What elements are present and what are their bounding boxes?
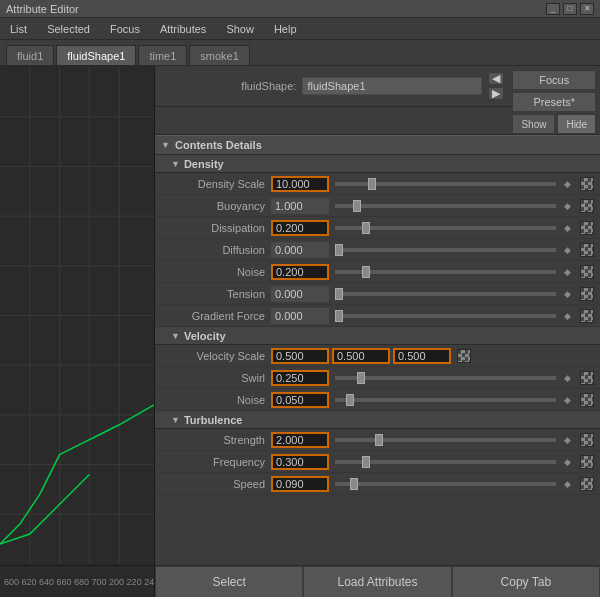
density-scale-slider[interactable] bbox=[335, 182, 556, 186]
menu-list[interactable]: List bbox=[6, 21, 31, 37]
velocity-scale-y-input[interactable] bbox=[332, 348, 390, 364]
diffusion-slider[interactable] bbox=[335, 248, 556, 252]
gradient-force-slider[interactable] bbox=[335, 314, 556, 318]
buoyancy-checker[interactable] bbox=[580, 199, 594, 213]
velocity-scale-x-input[interactable] bbox=[271, 348, 329, 364]
focus-presets-area: Focus Presets* Show Hide bbox=[512, 66, 600, 134]
menu-help[interactable]: Help bbox=[270, 21, 301, 37]
swirl-checker[interactable] bbox=[580, 371, 594, 385]
subsection-density[interactable]: ▼ Density bbox=[155, 155, 600, 173]
speed-checker[interactable] bbox=[580, 477, 594, 491]
arrow-icon: ▼ bbox=[161, 140, 171, 150]
gradient-force-ramp-icon[interactable]: ◆ bbox=[560, 309, 574, 323]
diffusion-ramp-icon[interactable]: ◆ bbox=[560, 243, 574, 257]
density-noise-ramp-icon[interactable]: ◆ bbox=[560, 265, 574, 279]
dissipation-slider[interactable] bbox=[335, 226, 556, 230]
shape-prev-icon[interactable]: ◀ bbox=[488, 72, 504, 85]
window-title: Attribute Editor bbox=[6, 3, 79, 15]
focus-button[interactable]: Focus bbox=[512, 70, 596, 90]
dissipation-input[interactable] bbox=[271, 220, 329, 236]
velocity-scale-label: Velocity Scale bbox=[161, 350, 271, 362]
buoyancy-ramp-icon[interactable]: ◆ bbox=[560, 199, 574, 213]
tab-time1[interactable]: time1 bbox=[138, 45, 187, 65]
velocity-noise-checker[interactable] bbox=[580, 393, 594, 407]
density-noise-slider-container: ◆ bbox=[329, 265, 580, 279]
strength-slider[interactable] bbox=[335, 438, 556, 442]
menu-focus[interactable]: Focus bbox=[106, 21, 144, 37]
density-scale-ramp-icon[interactable]: ◆ bbox=[560, 177, 574, 191]
strength-ramp-icon[interactable]: ◆ bbox=[560, 433, 574, 447]
dissipation-checker[interactable] bbox=[580, 221, 594, 235]
frequency-slider[interactable] bbox=[335, 460, 556, 464]
subsection-turbulence[interactable]: ▼ Turbulence bbox=[155, 411, 600, 429]
gradient-force-checker[interactable] bbox=[580, 309, 594, 323]
diffusion-label: Diffusion bbox=[161, 244, 271, 256]
menu-show[interactable]: Show bbox=[222, 21, 258, 37]
close-button[interactable]: ✕ bbox=[580, 3, 594, 15]
velocity-noise-input[interactable] bbox=[271, 392, 329, 408]
swirl-label: Swirl bbox=[161, 372, 271, 384]
minimize-button[interactable]: _ bbox=[546, 3, 560, 15]
load-attributes-button[interactable]: Load Attributes bbox=[303, 566, 451, 597]
diffusion-checker[interactable] bbox=[580, 243, 594, 257]
shape-next-icon[interactable]: ▶ bbox=[488, 87, 504, 100]
select-button[interactable]: Select bbox=[155, 566, 303, 597]
frequency-input[interactable] bbox=[271, 454, 329, 470]
dissipation-ramp-icon[interactable]: ◆ bbox=[560, 221, 574, 235]
menu-selected[interactable]: Selected bbox=[43, 21, 94, 37]
strength-checker[interactable] bbox=[580, 433, 594, 447]
tension-slider-container: ◆ bbox=[329, 287, 580, 301]
velocity-scale-checker[interactable] bbox=[457, 349, 471, 363]
tab-fluid1[interactable]: fluid1 bbox=[6, 45, 54, 65]
density-scale-checker[interactable] bbox=[580, 177, 594, 191]
attr-row-frequency: Frequency ◆ bbox=[155, 451, 600, 473]
swirl-slider[interactable] bbox=[335, 376, 556, 380]
maximize-button[interactable]: □ bbox=[563, 3, 577, 15]
presets-button[interactable]: Presets* bbox=[512, 92, 596, 112]
density-noise-input[interactable] bbox=[271, 264, 329, 280]
speed-input[interactable] bbox=[271, 476, 329, 492]
graph-panel: 600 620 640 660 680 700 200 220 240 260 … bbox=[0, 66, 155, 597]
tab-smoke1[interactable]: smoke1 bbox=[189, 45, 250, 65]
shape-input[interactable] bbox=[302, 77, 482, 95]
tension-checker[interactable] bbox=[580, 287, 594, 301]
speed-slider[interactable] bbox=[335, 482, 556, 486]
density-noise-slider[interactable] bbox=[335, 270, 556, 274]
attrs-scroll[interactable]: ▼ Contents Details ▼ Density Density Sca… bbox=[155, 135, 600, 565]
tension-slider[interactable] bbox=[335, 292, 556, 296]
buoyancy-slider[interactable] bbox=[335, 204, 556, 208]
density-scale-slider-container: ◆ bbox=[329, 177, 580, 191]
graph-svg bbox=[0, 66, 154, 565]
speed-ramp-icon[interactable]: ◆ bbox=[560, 477, 574, 491]
hide-button[interactable]: Hide bbox=[557, 114, 596, 134]
velocity-noise-label: Noise bbox=[161, 394, 271, 406]
gradient-force-input[interactable] bbox=[271, 308, 329, 324]
velocity-noise-slider-container: ◆ bbox=[329, 393, 580, 407]
frequency-checker[interactable] bbox=[580, 455, 594, 469]
swirl-input[interactable] bbox=[271, 370, 329, 386]
buoyancy-input[interactable] bbox=[271, 198, 329, 214]
menu-attributes[interactable]: Attributes bbox=[156, 21, 210, 37]
subsection-velocity[interactable]: ▼ Velocity bbox=[155, 327, 600, 345]
swirl-ramp-icon[interactable]: ◆ bbox=[560, 371, 574, 385]
main-layout: 600 620 640 660 680 700 200 220 240 260 … bbox=[0, 66, 600, 597]
copy-tab-button[interactable]: Copy Tab bbox=[452, 566, 600, 597]
attr-row-tension: Tension ◆ bbox=[155, 283, 600, 305]
show-button[interactable]: Show bbox=[512, 114, 555, 134]
velocity-noise-slider[interactable] bbox=[335, 398, 556, 402]
dissipation-label: Dissipation bbox=[161, 222, 271, 234]
strength-input[interactable] bbox=[271, 432, 329, 448]
tension-input[interactable] bbox=[271, 286, 329, 302]
tab-fluidshape1[interactable]: fluidShape1 bbox=[56, 45, 136, 65]
frequency-ramp-icon[interactable]: ◆ bbox=[560, 455, 574, 469]
attr-row-strength: Strength ◆ bbox=[155, 429, 600, 451]
density-noise-checker[interactable] bbox=[580, 265, 594, 279]
velocity-scale-z-input[interactable] bbox=[393, 348, 451, 364]
velocity-noise-ramp-icon[interactable]: ◆ bbox=[560, 393, 574, 407]
section-contents-details[interactable]: ▼ Contents Details bbox=[155, 135, 600, 155]
density-scale-input[interactable] bbox=[271, 176, 329, 192]
tension-ramp-icon[interactable]: ◆ bbox=[560, 287, 574, 301]
diffusion-input[interactable] bbox=[271, 242, 329, 258]
attribute-editor-panel: fluidShape: ◀ ▶ Focus Presets* Show Hide bbox=[155, 66, 600, 597]
velocity-arrow-icon: ▼ bbox=[171, 331, 180, 341]
